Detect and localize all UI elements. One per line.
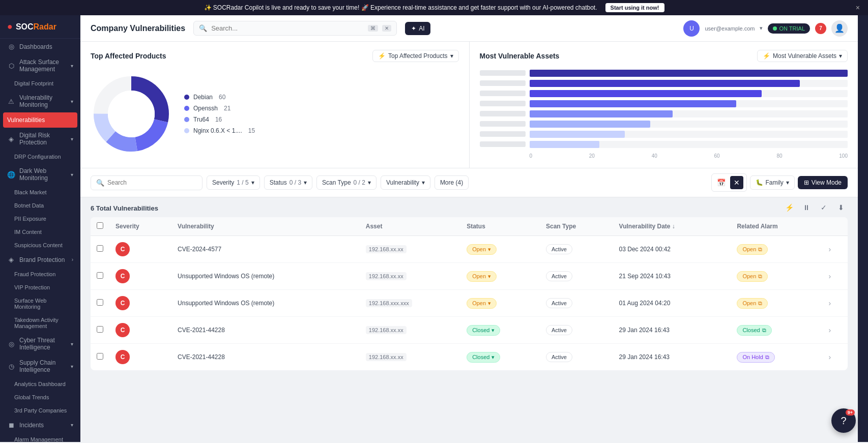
sidebar-item-drp[interactable]: ◈ Digital Risk Protection ▾ (0, 128, 80, 150)
vuln-name-3: Unsupported Windows OS (remote) (178, 300, 274, 307)
status-filter-button[interactable]: Status 0 / 3 ▾ (264, 175, 312, 190)
row-1-date: 03 Dec 2024 00:42 (613, 236, 731, 263)
sidebar-item-label: Vulnerabilities (7, 116, 45, 124)
row-3-expand: › (822, 290, 848, 317)
sidebar-item-supply-chain[interactable]: ◷ Supply Chain Intelligence ▾ (0, 355, 80, 377)
checkmark-icon[interactable]: ✓ (817, 201, 830, 214)
status-label: Status (270, 179, 287, 186)
asset-ip-3: 192.168.xxx.xxx (366, 299, 412, 307)
notification-badge[interactable]: 7 (815, 23, 826, 34)
external-link-icon[interactable]: ⧉ (758, 246, 762, 253)
severity-badge-critical: C (115, 350, 130, 364)
status-closed-badge-5[interactable]: Closed ▾ (467, 352, 500, 363)
filter-active-icon[interactable]: ⚡ (783, 201, 796, 214)
user-profile-button[interactable]: 👤 (831, 20, 848, 37)
sidebar-item-analytics[interactable]: Analytics Dashboard (0, 377, 80, 391)
sidebar-item-brand-protection[interactable]: ◈ Brand Protection › (0, 252, 80, 268)
sidebar-item-incidents[interactable]: ◼ Incidents ▾ (0, 417, 80, 433)
sidebar-item-dark-web[interactable]: 🌐 Dark Web Monitoring ▾ (0, 163, 80, 186)
sidebar-item-global-trends[interactable]: Global Trends (0, 391, 80, 404)
donut-center (108, 91, 155, 137)
search-bar: 🔍 ⌘ ✕ (193, 21, 397, 36)
scan-type-filter-button[interactable]: Scan Type 0 / 2 ▾ (316, 175, 377, 190)
status-closed-badge-4[interactable]: Closed ▾ (467, 325, 500, 336)
sidebar-item-alarm-management[interactable]: Alarm Management (0, 433, 80, 442)
row-2-severity: C (109, 263, 171, 290)
status-open-badge-3[interactable]: Open ▾ (467, 298, 497, 309)
view-mode-button[interactable]: ⊞ View Mode (798, 176, 848, 189)
sidebar-item-label: Vulnerability Monitoring (19, 94, 67, 108)
bar-row-7: ███ (480, 131, 848, 138)
user-avatar[interactable]: U (683, 20, 700, 37)
sidebar-item-vuln-monitoring[interactable]: ⚠ Vulnerability Monitoring ▾ (0, 90, 80, 112)
sidebar-item-pii-exposure[interactable]: PII Exposure (0, 212, 80, 225)
row-3-checkbox[interactable] (97, 299, 103, 306)
sidebar-item-vulnerabilities[interactable]: Vulnerabilities (3, 112, 77, 128)
chat-bubble-button[interactable]: ? 9+ (831, 408, 856, 433)
vuln-date-column-header[interactable]: Vulnerability Date ↓ (613, 217, 731, 236)
sidebar-item-digital-footprint[interactable]: Digital Footprint (0, 77, 80, 90)
dropdown-icon[interactable]: ▾ (760, 25, 763, 32)
vulnerability-label: Vulnerability (386, 179, 419, 186)
row-expand-4[interactable]: › (828, 326, 831, 334)
vulnerability-search-input[interactable] (107, 179, 197, 186)
sidebar-item-suspicious-content[interactable]: Suspicious Content (0, 239, 80, 252)
sidebar-item-surface-web[interactable]: Surface Web Monitoring (0, 294, 80, 313)
filter-right-actions: 📅 ✕ 🐛 Family ▾ ⊞ View Mode (711, 173, 848, 192)
external-link-icon[interactable]: ⧉ (758, 300, 762, 307)
related-alarm-column-header: Related Alarm (731, 217, 822, 236)
sidebar-item-drp-config[interactable]: DRP Configuration (0, 150, 80, 163)
family-filter-button[interactable]: 🐛 Family ▾ (750, 175, 795, 190)
table-header: Severity Vulnerability Asset Status Scan… (91, 217, 848, 236)
select-all-checkbox[interactable] (97, 222, 103, 229)
vulnerability-filter-button[interactable]: Vulnerability ▾ (381, 175, 430, 190)
scan-badge-3: Active (546, 298, 572, 308)
sidebar-item-botnet-data[interactable]: Botnet Data (0, 199, 80, 212)
pause-icon[interactable]: ⏸ (800, 201, 813, 214)
most-vulnerable-filter-button[interactable]: ⚡ Most Vulnerable Assets ▾ (757, 50, 848, 62)
download-icon[interactable]: ⬇ (834, 201, 848, 214)
banner-close-button[interactable]: × (856, 4, 860, 12)
sidebar-item-cti[interactable]: ◎ Cyber Threat Intelligence ▾ (0, 333, 80, 355)
start-cta-button[interactable]: Start using it now! (605, 3, 664, 12)
top-affected-filter-label: Top Affected Products (388, 52, 448, 60)
top-affected-filter-button[interactable]: ⚡ Top Affected Products ▾ (372, 50, 459, 62)
severity-badge-critical: C (115, 296, 130, 310)
search-input[interactable] (211, 24, 364, 32)
row-expand-5[interactable]: › (828, 353, 831, 361)
row-1-checkbox[interactable] (97, 245, 103, 252)
external-link-icon[interactable]: ⧉ (765, 354, 769, 361)
sidebar-item-fraud-protection[interactable]: Fraud Protection (0, 268, 80, 281)
chevron-down-icon: ▾ (71, 341, 73, 347)
severity-filter-button[interactable]: Severity 1 / 5 ▾ (207, 175, 260, 190)
sidebar-item-3rd-party[interactable]: 3rd Party Companies (0, 404, 80, 417)
row-expand-2[interactable]: › (828, 272, 831, 280)
search-close-icon[interactable]: ✕ (382, 25, 391, 32)
legend-item-openssh: Openssh 21 (184, 105, 255, 112)
dropdown-arrow: ▾ (488, 246, 491, 253)
close-filter-button[interactable]: ✕ (730, 176, 743, 189)
sidebar-item-im-content[interactable]: IM Content (0, 225, 80, 239)
more-filter-button[interactable]: More (4) (435, 175, 469, 190)
ai-button[interactable]: ✦ AI (405, 22, 430, 35)
ai-icon: ✦ (411, 25, 416, 32)
sidebar-item-black-market[interactable]: Black Market (0, 186, 80, 199)
bar-label-7: ███ (480, 131, 526, 137)
row-expand-1[interactable]: › (828, 245, 831, 253)
row-5-checkbox[interactable] (97, 353, 103, 360)
sidebar-item-takedown[interactable]: Takedown Activity Management (0, 313, 80, 333)
status-open-badge-2[interactable]: Open ▾ (467, 271, 497, 282)
charts-row: Top Affected Products ⚡ Top Affected Pro… (80, 42, 858, 168)
sidebar-item-asm[interactable]: ⬡ Attack Surface Management ▾ (0, 54, 80, 77)
external-link-icon[interactable]: ⧉ (758, 273, 762, 280)
sidebar-item-dashboards[interactable]: ◎ Dashboards (0, 39, 80, 54)
status-open-badge-1[interactable]: Open ▾ (467, 244, 497, 255)
row-4-status: Closed ▾ (460, 317, 540, 344)
row-expand-3[interactable]: › (828, 299, 831, 307)
main-header: Company Vulnerabilities 🔍 ⌘ ✕ ✦ AI U use… (80, 15, 858, 42)
calendar-icon-button[interactable]: 📅 (715, 176, 728, 189)
sidebar-item-vip-protection[interactable]: VIP Protection (0, 281, 80, 294)
row-2-checkbox[interactable] (97, 272, 103, 279)
external-link-icon[interactable]: ⧉ (762, 327, 766, 334)
row-4-checkbox[interactable] (97, 326, 103, 333)
